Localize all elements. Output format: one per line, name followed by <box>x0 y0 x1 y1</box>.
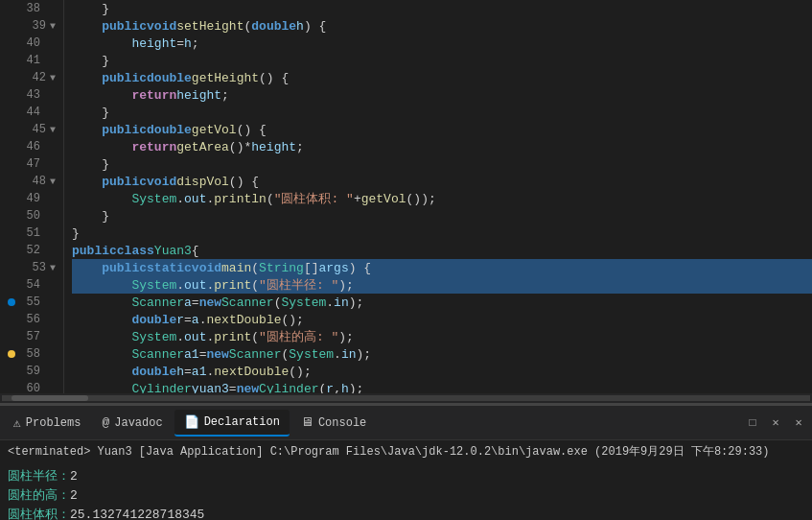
output-line: 圆柱的高：2 <box>8 485 804 505</box>
tab-console[interactable]: 🖥Console <box>291 410 376 437</box>
code-line-54: System.out.print("圆柱半径: "); <box>72 276 812 294</box>
collapse-icon[interactable]: ▼ <box>50 21 56 32</box>
code-line-43: return height; <box>72 86 812 104</box>
collapse-icon[interactable]: ▼ <box>50 73 56 83</box>
tab-declaration[interactable]: 📄Declaration <box>174 410 290 437</box>
code-line-58: Scanner a1=new Scanner(System.in); <box>72 345 812 363</box>
line-number-58: 58 <box>8 345 56 363</box>
code-line-39: public void setHeight(double h) { <box>72 17 812 35</box>
javadoc-tab-label: Javadoc <box>114 416 162 430</box>
javadoc-tab-icon: @ <box>102 415 109 430</box>
line-number-57: 57 <box>8 328 56 345</box>
line-number-38: 38 <box>8 0 56 17</box>
line-number-51: 51 <box>8 225 56 242</box>
output-value: 2 <box>70 469 78 484</box>
code-line-50: } <box>72 207 812 225</box>
status-bar: <terminated> Yuan3 [Java Application] C:… <box>0 439 812 462</box>
code-line-42: public double getHeight() { <box>72 69 812 86</box>
output-line: 圆柱体积：25.132741228718345 <box>8 505 804 520</box>
code-line-40: height=h; <box>72 35 812 52</box>
code-line-41: } <box>72 52 812 69</box>
output-value: 2 <box>70 488 78 503</box>
tab-control-btn-1[interactable]: ✕ <box>766 414 785 433</box>
output-label: 圆柱半径： <box>8 467 70 485</box>
line-number-60: 60 <box>8 380 56 393</box>
tab-controls: □✕✕ <box>743 414 808 433</box>
output-label: 圆柱体积： <box>8 506 70 520</box>
line-number-46: 46 <box>8 138 56 155</box>
collapse-icon[interactable]: ▼ <box>50 263 56 273</box>
tab-problems[interactable]: ⚠Problems <box>4 410 90 437</box>
line-number-50: 50 <box>8 207 56 225</box>
tab-control-btn-0[interactable]: □ <box>743 414 762 433</box>
line-number-54: 54 <box>8 276 56 294</box>
problems-tab-icon: ⚠ <box>13 415 21 431</box>
code-line-52: public class Yuan3{ <box>72 242 812 259</box>
line-number-39: 39▼ <box>8 17 56 35</box>
horizontal-scrollbar[interactable] <box>0 393 812 403</box>
code-editor: 3839▼404142▼434445▼464748▼4950515253▼545… <box>0 0 812 393</box>
line-number-40: 40 <box>8 35 56 52</box>
code-line-56: double r=a.nextDouble(); <box>72 311 812 328</box>
code-line-49: System.out.println("圆柱体积: "+getVol()); <box>72 190 812 207</box>
warning-marker[interactable] <box>8 350 15 358</box>
code-line-48: public void dispVol() { <box>72 173 812 190</box>
line-number-52: 52 <box>8 242 56 259</box>
line-number-41: 41 <box>8 52 56 69</box>
code-line-51: } <box>72 225 812 242</box>
code-line-45: public double getVol() { <box>72 121 812 138</box>
line-number-49: 49 <box>8 190 56 207</box>
line-number-55: 55 <box>8 294 56 311</box>
line-number-56: 56 <box>8 311 56 328</box>
line-number-59: 59 <box>8 363 56 380</box>
declaration-tab-label: Declaration <box>204 415 280 429</box>
line-number-47: 47 <box>8 155 56 173</box>
line-number-44: 44 <box>8 104 56 121</box>
tab-javadoc[interactable]: @Javadoc <box>92 410 172 437</box>
code-line-57: System.out.print("圆柱的高: "); <box>72 328 812 345</box>
line-number-45: 45▼ <box>8 121 56 138</box>
code-line-47: } <box>72 155 812 173</box>
code-line-55: Scanner a=new Scanner(System.in); <box>72 294 812 311</box>
collapse-icon[interactable]: ▼ <box>50 177 56 187</box>
code-line-44: } <box>72 104 812 121</box>
output-label: 圆柱的高： <box>8 486 70 504</box>
code-line-46: return getArea()*height; <box>72 138 812 155</box>
collapse-icon[interactable]: ▼ <box>50 125 56 135</box>
line-number-53: 53▼ <box>8 259 56 276</box>
console-tab-label: Console <box>318 416 366 430</box>
code-content[interactable]: } public void setHeight(double h) { heig… <box>64 0 812 393</box>
line-number-48: 48▼ <box>8 173 56 190</box>
output-value: 25.132741228718345 <box>70 508 204 521</box>
line-number-43: 43 <box>8 86 56 104</box>
output-area: 圆柱半径：2圆柱的高：2圆柱体积：25.132741228718345 <box>0 462 812 520</box>
line-numbers-gutter: 3839▼404142▼434445▼464748▼4950515253▼545… <box>0 0 64 393</box>
output-line: 圆柱半径：2 <box>8 466 804 485</box>
bottom-panel: ⚠Problems@Javadoc📄Declaration🖥Console□✕✕… <box>0 403 812 520</box>
code-line-53: public static void main(String[] args) { <box>72 259 812 276</box>
code-line-60: Cylinder yuan3=new Cylinder(r,h); <box>72 380 812 393</box>
problems-tab-label: Problems <box>26 416 81 430</box>
tab-control-btn-2[interactable]: ✕ <box>789 414 808 433</box>
tab-bar: ⚠Problems@Javadoc📄Declaration🖥Console□✕✕ <box>0 405 812 439</box>
status-text: <terminated> Yuan3 [Java Application] C:… <box>8 443 770 460</box>
line-number-42: 42▼ <box>8 69 56 86</box>
code-line-38: } <box>72 0 812 17</box>
console-tab-icon: 🖥 <box>301 415 313 430</box>
code-line-59: double h=a1.nextDouble(); <box>72 363 812 380</box>
declaration-tab-icon: 📄 <box>184 414 199 430</box>
breakpoint-marker[interactable] <box>8 298 15 306</box>
